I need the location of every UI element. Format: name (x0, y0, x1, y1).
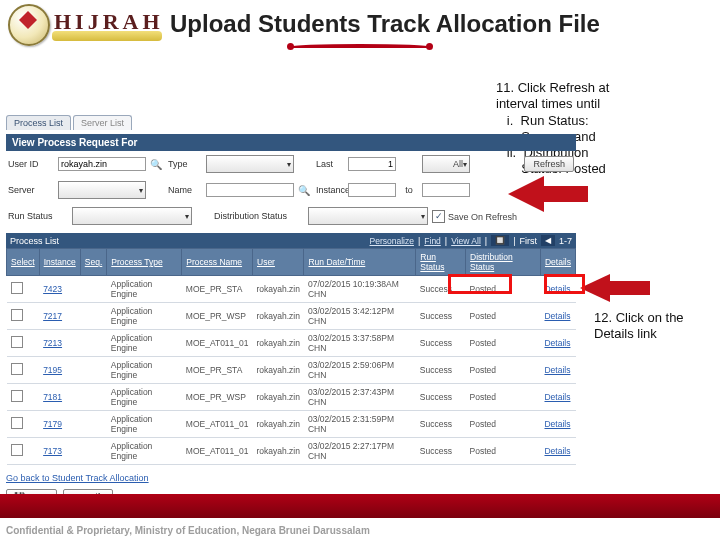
tab-server-list[interactable]: Server List (73, 115, 132, 130)
col-instance[interactable]: Instance (39, 249, 80, 276)
details-link[interactable]: Details (540, 411, 575, 438)
filter-row-2: Server ▾ Name 🔍 Instance to (6, 177, 576, 203)
cell-process-name: MOE_AT011_01 (182, 438, 253, 465)
table-row: 7179Application EngineMOE_AT011_01rokaya… (7, 411, 576, 438)
cell-user: rokayah.zin (253, 330, 304, 357)
instance-to-input[interactable] (422, 183, 470, 197)
details-link[interactable]: Details (540, 303, 575, 330)
details-link[interactable]: Details (540, 276, 575, 303)
cell-process-type: Application Engine (107, 411, 182, 438)
cell-instance[interactable]: 7181 (39, 384, 80, 411)
cell-datetime: 03/02/2015 2:31:59PM CHN (304, 411, 416, 438)
process-monitor-panel: Process List Server List View Process Re… (6, 115, 576, 505)
details-link[interactable]: Details (540, 384, 575, 411)
cell-seq (80, 276, 107, 303)
row-checkbox[interactable] (11, 282, 23, 294)
label-server: Server (8, 185, 54, 195)
cell-process-type: Application Engine (107, 330, 182, 357)
view-all-link[interactable]: View All (451, 236, 481, 246)
col-user[interactable]: User (253, 249, 304, 276)
footer-confidential: Confidential & Proprietary, Ministry of … (6, 525, 370, 536)
refresh-button[interactable]: Refresh (524, 156, 574, 172)
chevron-down-icon: ▾ (463, 160, 467, 169)
cell-process-name: MOE_AT011_01 (182, 411, 253, 438)
col-run-status[interactable]: Run Status (416, 249, 466, 276)
chevron-down-icon: ▾ (421, 212, 425, 221)
server-select[interactable]: ▾ (58, 181, 146, 199)
row-checkbox[interactable] (11, 309, 23, 321)
col-details[interactable]: Details (540, 249, 575, 276)
row-checkbox[interactable] (11, 363, 23, 375)
logo-badge-icon (8, 4, 50, 46)
col-select[interactable]: Select (7, 249, 40, 276)
cell-seq (80, 411, 107, 438)
cell-process-name: MOE_PR_WSP (182, 384, 253, 411)
find-link[interactable]: Find (424, 236, 441, 246)
cell-datetime: 07/02/2015 10:19:38AM CHN (304, 276, 416, 303)
cell-user: rokayah.zin (253, 276, 304, 303)
table-row: 7213Application EngineMOE_AT011_01rokaya… (7, 330, 576, 357)
cell-instance[interactable]: 7217 (39, 303, 80, 330)
section-header-view-request: View Process Request For (6, 134, 576, 151)
dist-status-select[interactable]: ▾ (308, 207, 428, 225)
instance-from-input[interactable] (348, 183, 396, 197)
cell-instance[interactable]: 7179 (39, 411, 80, 438)
cell-dist-status: Posted (466, 438, 541, 465)
row-checkbox[interactable] (11, 390, 23, 402)
col-process-name[interactable]: Process Name (182, 249, 253, 276)
cell-instance[interactable]: 7195 (39, 357, 80, 384)
cell-datetime: 03/02/2015 3:37:58PM CHN (304, 330, 416, 357)
table-row: 7423Application EngineMOE_PR_STArokayah.… (7, 276, 576, 303)
col-dist-status[interactable]: Distribution Status (466, 249, 541, 276)
type-select[interactable]: ▾ (206, 155, 294, 173)
checkbox-checked-icon: ✓ (432, 210, 445, 223)
col-process-type[interactable]: Process Type (107, 249, 182, 276)
cell-instance[interactable]: 7423 (39, 276, 80, 303)
go-back-link[interactable]: Go back to Student Track Allocation (6, 473, 149, 483)
col-run-datetime[interactable]: Run Date/Time (304, 249, 416, 276)
label-last: Last (316, 159, 344, 169)
filter-row-1: User ID 🔍 Type ▾ Last All▾ Refresh (6, 151, 576, 177)
list-range: 1-7 (559, 236, 572, 246)
save-on-refresh-checkbox[interactable]: ✓Save On Refresh (432, 210, 574, 223)
chevron-down-icon: ▾ (287, 160, 291, 169)
label-user-id: User ID (8, 159, 54, 169)
details-link[interactable]: Details (540, 330, 575, 357)
label-run-status: Run Status (8, 211, 68, 221)
details-link[interactable]: Details (540, 438, 575, 465)
personalize-link[interactable]: Personalize (370, 236, 414, 246)
page-prev-icon[interactable]: ◀ (541, 235, 555, 246)
cell-instance[interactable]: 7213 (39, 330, 80, 357)
tab-process-list[interactable]: Process List (6, 115, 71, 130)
row-checkbox[interactable] (11, 336, 23, 348)
row-checkbox[interactable] (11, 417, 23, 429)
cell-process-name: MOE_PR_STA (182, 276, 253, 303)
zoom-icon[interactable]: 🔲 (491, 235, 509, 246)
row-checkbox[interactable] (11, 444, 23, 456)
cell-process-type: Application Engine (107, 384, 182, 411)
cell-user: rokayah.zin (253, 303, 304, 330)
label-type: Type (168, 159, 202, 169)
search-icon[interactable]: 🔍 (298, 185, 312, 196)
col-seq[interactable]: Seq. (80, 249, 107, 276)
cell-dist-status: Posted (466, 303, 541, 330)
cell-user: rokayah.zin (253, 357, 304, 384)
cell-instance[interactable]: 7173 (39, 438, 80, 465)
cell-datetime: 03/02/2015 2:37:43PM CHN (304, 384, 416, 411)
user-id-input[interactable] (58, 157, 146, 171)
process-list-title: Process List (10, 236, 59, 246)
cell-run-status: Success (416, 276, 466, 303)
cell-dist-status: Posted (466, 357, 541, 384)
cell-dist-status: Posted (466, 384, 541, 411)
cell-dist-status: Posted (466, 276, 541, 303)
cell-run-status: Success (416, 384, 466, 411)
cell-seq (80, 357, 107, 384)
search-icon[interactable]: 🔍 (150, 159, 164, 170)
details-link[interactable]: Details (540, 357, 575, 384)
last-count-input[interactable] (348, 157, 396, 171)
page-title: Upload Students Track Allocation File (170, 10, 600, 38)
run-status-select[interactable]: ▾ (72, 207, 192, 225)
cell-process-name: MOE_PR_WSP (182, 303, 253, 330)
name-input[interactable] (206, 183, 294, 197)
last-unit-select[interactable]: All▾ (422, 155, 470, 173)
